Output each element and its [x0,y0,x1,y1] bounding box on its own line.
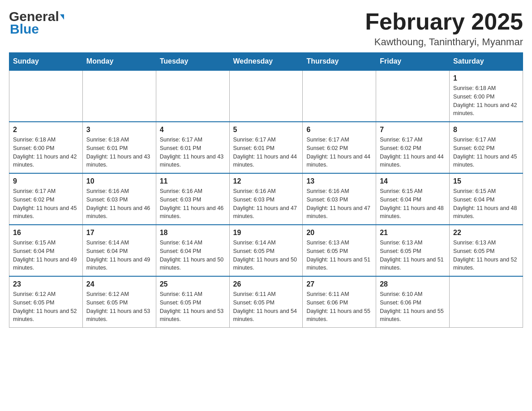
calendar-day-cell: 2Sunrise: 6:18 AM Sunset: 6:00 PM Daylig… [9,122,83,173]
day-info: Sunrise: 6:14 AM Sunset: 6:05 PM Dayligh… [233,239,299,272]
calendar-day-cell: 14Sunrise: 6:15 AM Sunset: 6:04 PM Dayli… [376,173,450,225]
day-info: Sunrise: 6:13 AM Sunset: 6:05 PM Dayligh… [380,239,446,272]
weekday-header-saturday: Saturday [450,53,523,71]
day-number: 12 [233,177,299,185]
calendar-day-cell: 7Sunrise: 6:17 AM Sunset: 6:02 PM Daylig… [376,122,450,173]
calendar-day-cell: 12Sunrise: 6:16 AM Sunset: 6:03 PM Dayli… [229,173,303,225]
calendar-day-cell: 9Sunrise: 6:17 AM Sunset: 6:02 PM Daylig… [9,173,83,225]
calendar-day-cell: 5Sunrise: 6:17 AM Sunset: 6:01 PM Daylig… [229,122,303,173]
day-info: Sunrise: 6:13 AM Sunset: 6:05 PM Dayligh… [306,239,372,272]
day-info: Sunrise: 6:13 AM Sunset: 6:05 PM Dayligh… [453,239,519,272]
calendar-day-cell: 28Sunrise: 6:10 AM Sunset: 6:06 PM Dayli… [376,276,450,328]
day-info: Sunrise: 6:15 AM Sunset: 6:04 PM Dayligh… [453,187,519,221]
day-info: Sunrise: 6:11 AM Sunset: 6:06 PM Dayligh… [306,290,372,324]
day-info: Sunrise: 6:14 AM Sunset: 6:04 PM Dayligh… [160,239,226,272]
calendar-day-cell: 25Sunrise: 6:11 AM Sunset: 6:05 PM Dayli… [156,276,229,328]
day-info: Sunrise: 6:17 AM Sunset: 6:02 PM Dayligh… [453,136,519,169]
title-block: February 2025 Kawthoung, Tanintharyi, My… [365,9,523,48]
day-number: 28 [380,280,446,288]
day-number: 18 [160,229,226,237]
day-info: Sunrise: 6:17 AM Sunset: 6:02 PM Dayligh… [13,187,79,221]
calendar-day-cell: 21Sunrise: 6:13 AM Sunset: 6:05 PM Dayli… [376,225,450,276]
day-number: 10 [86,177,152,185]
day-number: 3 [86,126,152,134]
day-number: 9 [13,177,79,185]
calendar-week-row: 16Sunrise: 6:15 AM Sunset: 6:04 PM Dayli… [9,225,523,276]
weekday-header-sunday: Sunday [9,53,83,71]
weekday-header-tuesday: Tuesday [156,53,229,71]
day-info: Sunrise: 6:11 AM Sunset: 6:05 PM Dayligh… [160,290,226,324]
logo: General Blue [9,9,64,37]
calendar-day-cell: 18Sunrise: 6:14 AM Sunset: 6:04 PM Dayli… [156,225,229,276]
calendar-day-cell: 15Sunrise: 6:15 AM Sunset: 6:04 PM Dayli… [450,173,523,225]
calendar-day-cell: 10Sunrise: 6:16 AM Sunset: 6:03 PM Dayli… [82,173,156,225]
day-info: Sunrise: 6:15 AM Sunset: 6:04 PM Dayligh… [380,187,446,221]
day-info: Sunrise: 6:18 AM Sunset: 6:01 PM Dayligh… [86,136,152,169]
weekday-header-thursday: Thursday [303,53,376,71]
day-info: Sunrise: 6:12 AM Sunset: 6:05 PM Dayligh… [86,290,152,324]
calendar-day-cell: 1Sunrise: 6:18 AM Sunset: 6:00 PM Daylig… [450,70,523,122]
day-number: 23 [13,280,79,288]
calendar-day-cell [229,70,303,122]
day-number: 20 [306,229,372,237]
day-number: 1 [453,74,519,82]
day-number: 6 [306,126,372,134]
day-info: Sunrise: 6:16 AM Sunset: 6:03 PM Dayligh… [233,187,299,221]
day-info: Sunrise: 6:16 AM Sunset: 6:03 PM Dayligh… [86,187,152,221]
calendar-day-cell: 3Sunrise: 6:18 AM Sunset: 6:01 PM Daylig… [82,122,156,173]
calendar-day-cell: 24Sunrise: 6:12 AM Sunset: 6:05 PM Dayli… [82,276,156,328]
day-info: Sunrise: 6:18 AM Sunset: 6:00 PM Dayligh… [13,136,79,169]
logo-arrow-icon [60,14,64,20]
day-number: 13 [306,177,372,185]
calendar-table: SundayMondayTuesdayWednesdayThursdayFrid… [9,52,523,328]
calendar-day-cell: 13Sunrise: 6:16 AM Sunset: 6:03 PM Dayli… [303,173,376,225]
day-info: Sunrise: 6:16 AM Sunset: 6:03 PM Dayligh… [160,187,226,221]
day-number: 7 [380,126,446,134]
day-info: Sunrise: 6:12 AM Sunset: 6:05 PM Dayligh… [13,290,79,324]
day-info: Sunrise: 6:17 AM Sunset: 6:02 PM Dayligh… [306,136,372,169]
calendar-day-cell: 16Sunrise: 6:15 AM Sunset: 6:04 PM Dayli… [9,225,83,276]
calendar-day-cell: 11Sunrise: 6:16 AM Sunset: 6:03 PM Dayli… [156,173,229,225]
day-number: 2 [13,126,79,134]
location-title: Kawthoung, Tanintharyi, Myanmar [365,36,523,48]
day-number: 4 [160,126,226,134]
calendar-week-row: 23Sunrise: 6:12 AM Sunset: 6:05 PM Dayli… [9,276,523,328]
weekday-header-friday: Friday [376,53,450,71]
day-number: 27 [306,280,372,288]
calendar-day-cell: 26Sunrise: 6:11 AM Sunset: 6:05 PM Dayli… [229,276,303,328]
calendar-day-cell [376,70,450,122]
calendar-day-cell: 4Sunrise: 6:17 AM Sunset: 6:01 PM Daylig… [156,122,229,173]
weekday-header-wednesday: Wednesday [229,53,303,71]
day-number: 5 [233,126,299,134]
calendar-day-cell: 22Sunrise: 6:13 AM Sunset: 6:05 PM Dayli… [450,225,523,276]
calendar-day-cell: 27Sunrise: 6:11 AM Sunset: 6:06 PM Dayli… [303,276,376,328]
day-number: 14 [380,177,446,185]
day-number: 25 [160,280,226,288]
day-number: 15 [453,177,519,185]
weekday-header-monday: Monday [82,53,156,71]
day-number: 16 [13,229,79,237]
day-number: 8 [453,126,519,134]
logo-blue-text: Blue [10,21,39,37]
day-number: 26 [233,280,299,288]
day-number: 22 [453,229,519,237]
calendar-day-cell [156,70,229,122]
day-info: Sunrise: 6:10 AM Sunset: 6:06 PM Dayligh… [380,290,446,324]
day-number: 17 [86,229,152,237]
calendar-day-cell: 6Sunrise: 6:17 AM Sunset: 6:02 PM Daylig… [303,122,376,173]
month-title: February 2025 [365,9,523,34]
day-info: Sunrise: 6:17 AM Sunset: 6:02 PM Dayligh… [380,136,446,169]
day-info: Sunrise: 6:17 AM Sunset: 6:01 PM Dayligh… [233,136,299,169]
day-info: Sunrise: 6:14 AM Sunset: 6:04 PM Dayligh… [86,239,152,272]
page-header: General Blue February 2025 Kawthoung, Ta… [9,9,523,48]
calendar-day-cell [9,70,83,122]
calendar-day-cell: 8Sunrise: 6:17 AM Sunset: 6:02 PM Daylig… [450,122,523,173]
day-number: 24 [86,280,152,288]
calendar-day-cell [450,276,523,328]
day-info: Sunrise: 6:11 AM Sunset: 6:05 PM Dayligh… [233,290,299,324]
day-number: 21 [380,229,446,237]
day-info: Sunrise: 6:18 AM Sunset: 6:00 PM Dayligh… [453,84,519,118]
calendar-week-row: 9Sunrise: 6:17 AM Sunset: 6:02 PM Daylig… [9,173,523,225]
calendar-week-row: 2Sunrise: 6:18 AM Sunset: 6:00 PM Daylig… [9,122,523,173]
calendar-day-cell [303,70,376,122]
